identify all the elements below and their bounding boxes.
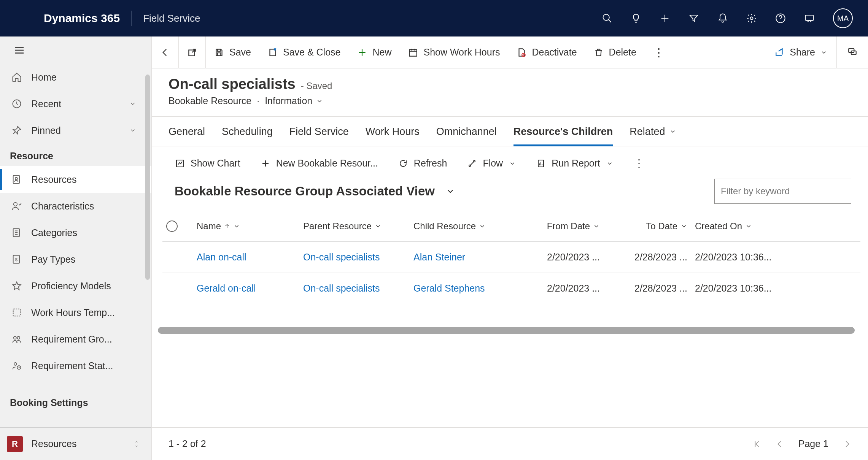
plus-icon — [357, 48, 367, 57]
show-chart-button[interactable]: Show Chart — [169, 155, 247, 172]
sidebar-item-workhourstemp[interactable]: Work Hours Temp... — [0, 299, 151, 326]
tab-field-service[interactable]: Field Service — [289, 117, 349, 146]
sidebar-area-switcher[interactable]: R Resources — [0, 427, 151, 460]
subgrid: Name Parent Resource Child Resource From… — [152, 211, 868, 304]
horizontal-scrollbar-thumb[interactable] — [158, 327, 855, 334]
svg-point-4 — [750, 17, 753, 20]
sidebar-recent[interactable]: Recent — [0, 90, 151, 117]
column-header-child[interactable]: Child Resource — [413, 221, 520, 232]
tab-scheduling[interactable]: Scheduling — [222, 117, 273, 146]
form-selector[interactable]: Information — [265, 95, 323, 106]
refresh-button[interactable]: Refresh — [392, 155, 454, 172]
horizontal-scrollbar-track[interactable] — [158, 327, 862, 334]
column-header-from[interactable]: From Date — [520, 221, 607, 232]
view-selector[interactable]: Bookable Resource Group Associated View — [175, 184, 455, 198]
cell-parent[interactable]: On-call specialists — [303, 252, 413, 263]
flow-label: Flow — [483, 158, 503, 169]
sidebar-item-proficiency[interactable]: Proficiency Models — [0, 273, 151, 299]
categories-icon — [11, 227, 22, 238]
filter-keyword-box[interactable] — [714, 179, 851, 204]
save-close-icon — [268, 48, 278, 57]
new-child-button[interactable]: New Bookable Resour... — [254, 155, 385, 172]
sidebar-scrollbar[interactable] — [145, 75, 150, 280]
column-header-to[interactable]: To Date — [607, 221, 695, 232]
save-close-button[interactable]: Save & Close — [259, 36, 349, 68]
user-avatar[interactable]: MA — [833, 8, 853, 28]
tab-related[interactable]: Related — [630, 117, 676, 146]
column-header-name[interactable]: Name — [197, 221, 303, 232]
more-subgrid-commands[interactable]: ⋮ — [627, 157, 651, 170]
help-icon[interactable] — [775, 13, 786, 24]
assistant-icon[interactable] — [804, 13, 815, 24]
brand-label[interactable]: Dynamics 365 — [8, 12, 120, 25]
cell-child[interactable]: Alan Steiner — [413, 252, 520, 263]
svg-rect-20 — [13, 309, 21, 316]
chevron-down-icon — [375, 223, 382, 230]
svg-rect-30 — [410, 49, 417, 56]
svg-rect-6 — [806, 15, 814, 21]
cell-created: 2/20/2023 10:36... — [695, 252, 794, 263]
cell-name[interactable]: Gerald on-call — [197, 283, 303, 294]
back-button[interactable] — [152, 36, 178, 68]
sidebar-home[interactable]: Home — [0, 64, 151, 90]
record-title: On-call specialists — [169, 76, 296, 92]
filter-keyword-input[interactable] — [721, 186, 845, 197]
share-button[interactable]: Share — [765, 47, 836, 58]
chevron-down-icon — [745, 223, 752, 230]
grid-row[interactable]: Alan on-call On-call specialists Alan St… — [162, 242, 860, 273]
tab-general[interactable]: General — [169, 117, 205, 146]
sidebar-pinned[interactable]: Pinned — [0, 117, 151, 144]
sidebar-item-resources[interactable]: Resources — [0, 166, 151, 193]
sidebar-item-paytypes[interactable]: $ Pay Types — [0, 246, 151, 273]
sidebar-item-characteristics[interactable]: Characteristics — [0, 193, 151, 219]
gear-icon[interactable] — [746, 13, 757, 24]
hamburger-button[interactable] — [0, 36, 151, 64]
report-icon — [536, 159, 545, 168]
deactivate-icon — [517, 48, 526, 57]
chevron-down-icon — [233, 223, 240, 230]
sidebar-item-categories[interactable]: Categories — [0, 219, 151, 246]
first-page-button[interactable] — [753, 440, 761, 448]
tab-label: Omnichannel — [436, 126, 497, 137]
cell-name[interactable]: Alan on-call — [197, 252, 303, 263]
popout-button[interactable] — [179, 36, 205, 68]
delete-button[interactable]: Delete — [585, 36, 645, 68]
lightbulb-icon[interactable] — [631, 13, 641, 24]
sidebar-item-reqgroups[interactable]: Requirement Gro... — [0, 326, 151, 352]
select-all-checkbox[interactable] — [162, 220, 197, 232]
header-divider — [131, 11, 132, 26]
global-header: Dynamics 365 Field Service MA — [0, 0, 868, 36]
cell-child[interactable]: Gerald Stephens — [413, 283, 520, 294]
column-header-parent[interactable]: Parent Resource — [303, 221, 413, 232]
header-right: MA — [602, 8, 860, 28]
copilot-pane-button[interactable] — [837, 47, 868, 58]
star-icon — [11, 281, 22, 291]
grid-row[interactable]: Gerald on-call On-call specialists Geral… — [162, 273, 860, 304]
new-button[interactable]: New — [349, 36, 400, 68]
tab-label: Related — [630, 126, 665, 137]
chat-icon — [847, 47, 857, 57]
search-icon[interactable] — [602, 13, 612, 24]
deactivate-label: Deactivate — [532, 47, 577, 58]
more-commands-button[interactable]: ⋮ — [645, 36, 673, 68]
grid-paging-bar: 1 - 2 of 2 Page 1 — [152, 427, 868, 460]
deactivate-button[interactable]: Deactivate — [508, 36, 585, 68]
plus-icon[interactable] — [660, 13, 670, 24]
save-button[interactable]: Save — [206, 36, 259, 68]
column-header-created[interactable]: Created On — [695, 221, 794, 232]
flow-button[interactable]: Flow — [461, 155, 523, 172]
tab-resources-children[interactable]: Resource's Children — [513, 117, 613, 146]
sidebar-item-reqstatus[interactable]: Requirement Stat... — [0, 352, 151, 379]
main-content: Save Save & Close New Show Work Hours De… — [151, 36, 868, 460]
tab-omnichannel[interactable]: Omnichannel — [436, 117, 497, 146]
show-work-hours-button[interactable]: Show Work Hours — [400, 36, 508, 68]
prev-page-button[interactable] — [776, 440, 784, 448]
bell-icon[interactable] — [717, 13, 728, 24]
next-page-button[interactable] — [843, 440, 851, 448]
app-name[interactable]: Field Service — [143, 13, 200, 24]
run-report-button[interactable]: Run Report — [529, 155, 620, 172]
filter-icon[interactable] — [688, 13, 699, 24]
cell-parent[interactable]: On-call specialists — [303, 283, 413, 294]
tab-work-hours[interactable]: Work Hours — [366, 117, 420, 146]
cell-from: 2/20/2023 ... — [520, 252, 607, 263]
